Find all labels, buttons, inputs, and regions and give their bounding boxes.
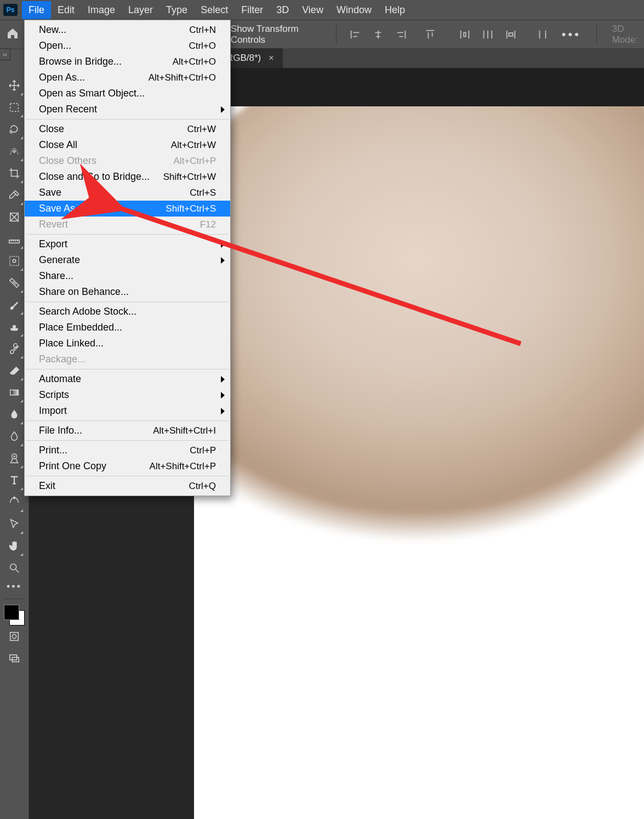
menu-item-close[interactable]: CloseCtrl+W	[25, 121, 230, 137]
menu-item-search-adobe-stock[interactable]: Search Adobe Stock...	[25, 304, 230, 320]
dodge-tool-icon	[8, 430, 20, 445]
menu-separator	[26, 302, 229, 302]
edit-toolbar-button[interactable]: •••	[7, 580, 22, 596]
svg-rect-0	[10, 103, 19, 111]
menu-view[interactable]: View	[295, 1, 330, 19]
menu-file[interactable]: File	[22, 1, 51, 19]
submenu-arrow-icon	[221, 106, 225, 113]
screen-mode-icon	[8, 652, 20, 667]
patch-tool[interactable]	[3, 273, 25, 295]
eyedropper-tool[interactable]	[3, 185, 25, 207]
quick-select-tool[interactable]	[3, 141, 25, 163]
menu-item-label: Close All	[39, 139, 77, 151]
menu-item-shortcut: Ctrl+Q	[189, 481, 216, 492]
expand-panels-handle[interactable]: ››	[0, 48, 10, 60]
show-transform-controls-label[interactable]: Show Transform Controls	[231, 24, 314, 46]
app-logo: Ps	[3, 4, 18, 16]
menu-edit[interactable]: Edit	[51, 1, 81, 19]
menu-separator	[26, 369, 229, 369]
menu-item-share-on-behance[interactable]: Share on Behance...	[25, 284, 230, 300]
menu-item-share[interactable]: Share...	[25, 268, 230, 284]
menu-item-generate[interactable]: Generate	[25, 252, 230, 268]
menu-item-scripts[interactable]: Scripts	[25, 387, 230, 403]
menu-item-new[interactable]: New...Ctrl+N	[25, 22, 230, 38]
menu-item-place-linked[interactable]: Place Linked...	[25, 335, 230, 351]
menu-item-close-and-go-to-bridge[interactable]: Close and Go to Bridge...Shift+Ctrl+W	[25, 169, 230, 185]
color-swatches[interactable]	[3, 604, 26, 627]
distribute-v-icon[interactable]	[537, 29, 549, 41]
menu-image[interactable]: Image	[81, 1, 122, 19]
menu-item-shortcut: F12	[200, 219, 216, 230]
spot-heal-tool[interactable]	[3, 251, 25, 273]
foreground-color-swatch[interactable]	[4, 605, 19, 620]
distribute-h1-icon[interactable]	[459, 29, 471, 41]
menu-item-save[interactable]: SaveCtrl+S	[25, 185, 230, 201]
rect-marquee-tool[interactable]	[3, 98, 25, 120]
ruler-tool[interactable]	[3, 229, 25, 251]
menu-item-exit[interactable]: ExitCtrl+Q	[25, 478, 230, 494]
quick-mask-button[interactable]	[3, 627, 25, 649]
menu-item-import[interactable]: Import	[25, 403, 230, 419]
history-brush-tool[interactable]	[3, 339, 25, 361]
menu-item-print[interactable]: Print...Ctrl+P	[25, 442, 230, 458]
submenu-arrow-icon	[221, 408, 225, 414]
clone-stamp-tool[interactable]	[3, 317, 25, 339]
distribute-h2-icon[interactable]	[482, 29, 494, 41]
menu-item-file-info[interactable]: File Info...Alt+Shift+Ctrl+I	[25, 423, 230, 439]
menu-item-open[interactable]: Open...Ctrl+O	[25, 38, 230, 54]
menu-window[interactable]: Window	[330, 1, 378, 19]
move-tool[interactable]	[3, 76, 25, 98]
submenu-arrow-icon	[221, 241, 225, 248]
menu-item-save-as[interactable]: Save As...Shift+Ctrl+S	[25, 201, 230, 217]
tool-flyout-indicator-icon	[20, 400, 23, 402]
blur-tool[interactable]	[3, 405, 25, 426]
menu-filter[interactable]: Filter	[235, 1, 270, 19]
direct-select-tool[interactable]	[3, 514, 25, 536]
menu-help[interactable]: Help	[378, 1, 412, 19]
home-button[interactable]	[3, 22, 22, 47]
type-tool[interactable]	[3, 470, 25, 492]
svg-rect-6	[10, 390, 19, 395]
pen-tool-icon	[8, 452, 20, 467]
canvas[interactable]	[194, 68, 644, 819]
hand-tool[interactable]	[3, 536, 25, 558]
menu-item-label: Import	[39, 405, 67, 417]
menu-item-shortcut: Ctrl+N	[189, 25, 216, 36]
menu-separator	[26, 119, 229, 120]
overflow-button[interactable]: •••	[562, 27, 581, 42]
menu-select[interactable]: Select	[194, 1, 235, 19]
path-select-tool[interactable]	[3, 492, 25, 514]
close-tab-button[interactable]: ×	[269, 53, 273, 63]
menu-item-print-one-copy[interactable]: Print One CopyAlt+Shift+Ctrl+P	[25, 458, 230, 474]
gradient-tool[interactable]	[3, 383, 25, 405]
crop-tool[interactable]	[3, 163, 25, 185]
frame-tool[interactable]	[3, 207, 25, 229]
menu-layer[interactable]: Layer	[122, 1, 159, 19]
hand-tool-icon	[8, 540, 20, 555]
menu-item-browse-in-bridge[interactable]: Browse in Bridge...Alt+Ctrl+O	[25, 54, 230, 70]
menu-item-place-embedded[interactable]: Place Embedded...	[25, 320, 230, 335]
zoom-tool[interactable]	[3, 558, 25, 580]
menu-item-close-all[interactable]: Close AllAlt+Ctrl+W	[25, 137, 230, 153]
menu-item-export[interactable]: Export	[25, 236, 230, 252]
menu-3d[interactable]: 3D	[270, 1, 295, 19]
lasso-tool[interactable]	[3, 120, 25, 141]
dodge-tool[interactable]	[3, 426, 25, 448]
pen-tool[interactable]	[3, 448, 25, 470]
separator	[4, 599, 24, 599]
eraser-tool[interactable]	[3, 361, 25, 383]
menu-type[interactable]: Type	[159, 1, 194, 19]
menu-item-automate[interactable]: Automate	[25, 371, 230, 387]
align-right-icon[interactable]	[395, 29, 407, 41]
align-left-icon[interactable]	[349, 29, 361, 41]
menu-item-open-as[interactable]: Open As...Alt+Shift+Ctrl+O	[25, 70, 230, 86]
menu-item-open-recent[interactable]: Open Recent	[25, 101, 230, 117]
screen-mode-button[interactable]	[3, 649, 25, 670]
menu-item-shortcut: Alt+Ctrl+W	[171, 140, 216, 151]
menu-item-open-as-smart-object[interactable]: Open as Smart Object...	[25, 86, 230, 101]
align-hcenter-icon[interactable]	[372, 29, 384, 41]
menu-item-label: Close	[39, 123, 64, 135]
brush-tool[interactable]	[3, 295, 25, 317]
distribute-h3-icon[interactable]	[505, 29, 517, 41]
align-top-icon[interactable]	[424, 29, 436, 41]
